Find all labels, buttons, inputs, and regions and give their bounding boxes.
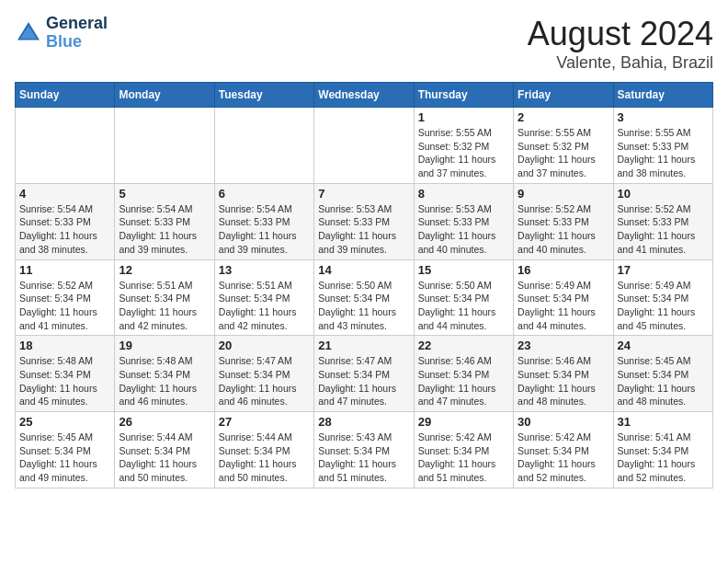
calendar-cell: 21Sunrise: 5:47 AM Sunset: 5:34 PM Dayli…: [314, 336, 414, 412]
calendar-header-row: SundayMondayTuesdayWednesdayThursdayFrid…: [16, 83, 713, 108]
calendar-cell: 26Sunrise: 5:44 AM Sunset: 5:34 PM Dayli…: [115, 412, 214, 488]
day-number: 16: [518, 263, 609, 277]
calendar-cell: 11Sunrise: 5:52 AM Sunset: 5:34 PM Dayli…: [16, 259, 115, 336]
calendar-cell: 18Sunrise: 5:48 AM Sunset: 5:34 PM Dayli…: [16, 336, 115, 412]
calendar-header-thursday: Thursday: [414, 83, 513, 108]
calendar-cell: 10Sunrise: 5:52 AM Sunset: 5:33 PM Dayli…: [613, 183, 712, 259]
day-number: 3: [618, 110, 709, 124]
day-number: 8: [418, 187, 509, 201]
calendar-header-monday: Monday: [115, 83, 214, 108]
day-info: Sunrise: 5:50 AM Sunset: 5:34 PM Dayligh…: [318, 279, 409, 333]
day-number: 11: [19, 263, 110, 277]
calendar-week-4: 18Sunrise: 5:48 AM Sunset: 5:34 PM Dayli…: [16, 336, 713, 412]
day-info: Sunrise: 5:51 AM Sunset: 5:34 PM Dayligh…: [219, 279, 310, 333]
calendar-week-3: 11Sunrise: 5:52 AM Sunset: 5:34 PM Dayli…: [16, 259, 713, 336]
calendar-cell: 8Sunrise: 5:53 AM Sunset: 5:33 PM Daylig…: [414, 183, 513, 259]
calendar-cell: 22Sunrise: 5:46 AM Sunset: 5:34 PM Dayli…: [414, 336, 513, 412]
calendar-cell: 30Sunrise: 5:42 AM Sunset: 5:34 PM Dayli…: [514, 412, 613, 488]
day-info: Sunrise: 5:44 AM Sunset: 5:34 PM Dayligh…: [119, 431, 210, 485]
calendar-table: SundayMondayTuesdayWednesdayThursdayFrid…: [15, 82, 713, 488]
day-info: Sunrise: 5:52 AM Sunset: 5:33 PM Dayligh…: [518, 202, 609, 257]
calendar-cell: 20Sunrise: 5:47 AM Sunset: 5:34 PM Dayli…: [214, 336, 313, 412]
day-info: Sunrise: 5:47 AM Sunset: 5:34 PM Dayligh…: [219, 354, 310, 408]
day-number: 4: [19, 187, 110, 201]
day-info: Sunrise: 5:46 AM Sunset: 5:34 PM Dayligh…: [518, 354, 609, 408]
calendar-cell: 16Sunrise: 5:49 AM Sunset: 5:34 PM Dayli…: [514, 259, 613, 336]
calendar-cell: 5Sunrise: 5:54 AM Sunset: 5:33 PM Daylig…: [115, 183, 214, 259]
day-number: 10: [618, 187, 709, 201]
calendar-cell: 9Sunrise: 5:52 AM Sunset: 5:33 PM Daylig…: [514, 183, 613, 259]
day-info: Sunrise: 5:46 AM Sunset: 5:34 PM Dayligh…: [418, 354, 509, 408]
day-info: Sunrise: 5:45 AM Sunset: 5:34 PM Dayligh…: [19, 431, 110, 485]
calendar-header-sunday: Sunday: [16, 83, 115, 108]
calendar-header-saturday: Saturday: [613, 83, 712, 108]
calendar-cell: 27Sunrise: 5:44 AM Sunset: 5:34 PM Dayli…: [214, 412, 313, 488]
day-number: 24: [618, 339, 709, 352]
day-info: Sunrise: 5:44 AM Sunset: 5:34 PM Dayligh…: [219, 431, 310, 485]
calendar-cell: 2Sunrise: 5:55 AM Sunset: 5:32 PM Daylig…: [514, 108, 613, 184]
day-info: Sunrise: 5:48 AM Sunset: 5:34 PM Dayligh…: [19, 354, 110, 408]
day-number: 6: [219, 187, 310, 201]
day-info: Sunrise: 5:55 AM Sunset: 5:32 PM Dayligh…: [518, 126, 609, 180]
day-number: 13: [219, 263, 310, 277]
calendar-week-1: 1Sunrise: 5:55 AM Sunset: 5:32 PM Daylig…: [16, 108, 713, 184]
day-number: 20: [219, 339, 310, 352]
calendar-cell: 1Sunrise: 5:55 AM Sunset: 5:32 PM Daylig…: [414, 108, 513, 184]
day-number: 17: [618, 263, 709, 277]
logo-icon: [15, 19, 42, 47]
day-number: 27: [219, 415, 310, 429]
day-number: 12: [119, 263, 210, 277]
day-info: Sunrise: 5:42 AM Sunset: 5:34 PM Dayligh…: [518, 431, 609, 485]
day-number: 19: [119, 339, 210, 352]
calendar-cell: 14Sunrise: 5:50 AM Sunset: 5:34 PM Dayli…: [314, 259, 414, 336]
day-number: 1: [418, 110, 509, 124]
calendar-cell: 19Sunrise: 5:48 AM Sunset: 5:34 PM Dayli…: [115, 336, 214, 412]
month-title: August 2024: [528, 15, 713, 53]
calendar-week-2: 4Sunrise: 5:54 AM Sunset: 5:33 PM Daylig…: [16, 183, 713, 259]
day-info: Sunrise: 5:49 AM Sunset: 5:34 PM Dayligh…: [618, 279, 709, 333]
day-info: Sunrise: 5:54 AM Sunset: 5:33 PM Dayligh…: [219, 202, 310, 257]
day-info: Sunrise: 5:53 AM Sunset: 5:33 PM Dayligh…: [418, 202, 509, 257]
calendar-cell: 29Sunrise: 5:42 AM Sunset: 5:34 PM Dayli…: [414, 412, 513, 488]
day-number: 5: [119, 187, 210, 201]
calendar-cell: 28Sunrise: 5:43 AM Sunset: 5:34 PM Dayli…: [314, 412, 414, 488]
calendar-cell: 4Sunrise: 5:54 AM Sunset: 5:33 PM Daylig…: [16, 183, 115, 259]
calendar-cell: [314, 108, 414, 184]
day-number: 28: [318, 415, 409, 429]
calendar-cell: 24Sunrise: 5:45 AM Sunset: 5:34 PM Dayli…: [613, 336, 712, 412]
calendar-header-friday: Friday: [514, 83, 613, 108]
day-info: Sunrise: 5:51 AM Sunset: 5:34 PM Dayligh…: [119, 279, 210, 333]
day-info: Sunrise: 5:54 AM Sunset: 5:33 PM Dayligh…: [19, 202, 110, 257]
day-info: Sunrise: 5:49 AM Sunset: 5:34 PM Dayligh…: [518, 279, 609, 333]
calendar-cell: 23Sunrise: 5:46 AM Sunset: 5:34 PM Dayli…: [514, 336, 613, 412]
day-number: 2: [518, 110, 609, 124]
day-number: 14: [318, 263, 409, 277]
page-header: General Blue August 2024 Valente, Bahia,…: [15, 15, 713, 73]
calendar-cell: 31Sunrise: 5:41 AM Sunset: 5:34 PM Dayli…: [613, 412, 712, 488]
day-number: 30: [518, 415, 609, 429]
day-info: Sunrise: 5:55 AM Sunset: 5:32 PM Dayligh…: [418, 126, 509, 180]
title-block: August 2024 Valente, Bahia, Brazil: [528, 15, 713, 73]
day-info: Sunrise: 5:47 AM Sunset: 5:34 PM Dayligh…: [318, 354, 409, 408]
day-number: 7: [318, 187, 409, 201]
calendar-header-tuesday: Tuesday: [214, 83, 313, 108]
calendar-cell: 25Sunrise: 5:45 AM Sunset: 5:34 PM Dayli…: [16, 412, 115, 488]
day-info: Sunrise: 5:54 AM Sunset: 5:33 PM Dayligh…: [119, 202, 210, 257]
day-number: 15: [418, 263, 509, 277]
day-number: 31: [618, 415, 709, 429]
day-info: Sunrise: 5:43 AM Sunset: 5:34 PM Dayligh…: [318, 431, 409, 485]
calendar-header-wednesday: Wednesday: [314, 83, 414, 108]
day-info: Sunrise: 5:48 AM Sunset: 5:34 PM Dayligh…: [119, 354, 210, 408]
day-info: Sunrise: 5:50 AM Sunset: 5:34 PM Dayligh…: [418, 279, 509, 333]
location-title: Valente, Bahia, Brazil: [528, 53, 713, 73]
day-number: 21: [318, 339, 409, 352]
day-info: Sunrise: 5:45 AM Sunset: 5:34 PM Dayligh…: [618, 354, 709, 408]
day-number: 25: [19, 415, 110, 429]
day-number: 9: [518, 187, 609, 201]
calendar-week-5: 25Sunrise: 5:45 AM Sunset: 5:34 PM Dayli…: [16, 412, 713, 488]
calendar-cell: [16, 108, 115, 184]
calendar-cell: 17Sunrise: 5:49 AM Sunset: 5:34 PM Dayli…: [613, 259, 712, 336]
day-number: 26: [119, 415, 210, 429]
calendar-cell: [214, 108, 313, 184]
day-info: Sunrise: 5:55 AM Sunset: 5:33 PM Dayligh…: [618, 126, 709, 180]
